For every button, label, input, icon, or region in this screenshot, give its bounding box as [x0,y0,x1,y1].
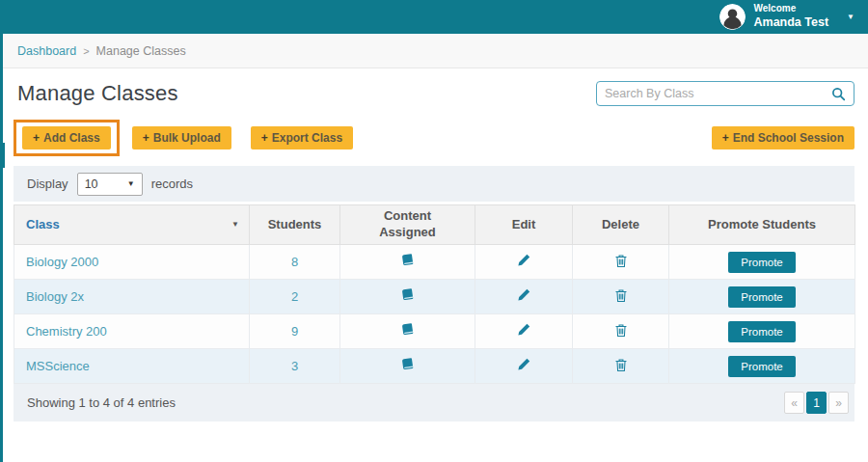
students-count-link[interactable]: 2 [291,289,298,304]
column-header-students: Students [250,205,340,245]
breadcrumb-current: Manage Classes [96,44,186,58]
table-row: Biology 2x 2 Promote [14,280,855,314]
edit-pencil-icon[interactable] [517,358,530,374]
records-per-page-select[interactable]: 10 ▼ [77,173,143,196]
plus-icon: + [143,131,149,145]
select-caret-icon: ▼ [127,179,135,188]
add-class-highlight: +Add Class [14,120,120,156]
export-class-button[interactable]: +Export Class [251,126,353,149]
user-menu[interactable]: Welcome Amanda Test ▼ [719,3,855,30]
class-name-link[interactable]: Biology 2000 [26,255,98,269]
breadcrumb: Dashboard > Manage Classes [0,34,868,68]
column-header-class[interactable]: Class ▼ [14,205,250,245]
delete-trash-icon[interactable] [614,358,628,375]
delete-trash-icon[interactable] [614,254,628,271]
delete-trash-icon[interactable] [614,323,628,340]
promote-button[interactable]: Promote [728,252,795,273]
plus-icon: + [722,131,729,145]
edit-pencil-icon[interactable] [517,288,530,305]
promote-button[interactable]: Promote [728,356,795,377]
column-header-delete: Delete [573,205,669,245]
column-header-edit: Edit [475,205,573,245]
table-row: Biology 2000 8 Promote [14,245,855,280]
table-footer: Showing 1 to 4 of 4 entries « 1 » [14,384,854,421]
page-title: Manage Classes [14,81,178,106]
students-count-link[interactable]: 8 [291,255,298,269]
pagination: « 1 » [784,392,849,414]
left-edge-strip [0,34,3,462]
topbar: Welcome Amanda Test ▼ [0,0,868,34]
class-name-link[interactable]: MSScience [26,359,90,373]
column-header-promote-students: Promote Students [669,205,855,245]
entries-summary: Showing 1 to 4 of 4 entries [27,395,176,410]
pagination-next-button[interactable]: » [828,392,849,414]
add-class-button[interactable]: +Add Class [22,126,111,149]
username-label: Amanda Test [754,15,829,31]
sort-caret-icon: ▼ [231,220,239,230]
column-header-content-assigned: Content Assigned [340,205,475,245]
book-icon[interactable] [400,288,415,305]
students-count-link[interactable]: 3 [291,359,298,373]
class-name-link[interactable]: Chemistry 200 [26,324,107,339]
chevron-down-icon[interactable]: ▼ [847,13,854,21]
end-school-session-button[interactable]: +End School Session [712,126,854,149]
promote-button[interactable]: Promote [728,321,795,342]
delete-trash-icon[interactable] [614,288,628,306]
records-label: records [151,177,193,191]
classes-table: Class ▼ Students Content Assigned Edit D… [14,204,855,384]
plus-icon: + [33,131,40,145]
breadcrumb-dashboard-link[interactable]: Dashboard [17,44,76,58]
bulk-upload-button[interactable]: +Bulk Upload [132,126,231,149]
pagination-page-1-button[interactable]: 1 [806,392,827,414]
display-label: Display [27,177,68,191]
left-scroll-thumb[interactable] [0,143,5,168]
search-input[interactable] [605,87,831,100]
students-count-link[interactable]: 9 [291,324,298,339]
welcome-label: Welcome [754,3,829,15]
pagination-prev-button[interactable]: « [784,392,804,414]
edit-pencil-icon[interactable] [517,254,530,270]
classes-panel: Display 10 ▼ records Class ▼ Students C [14,166,854,421]
search-icon[interactable] [831,87,846,101]
promote-button[interactable]: Promote [728,286,795,308]
book-icon[interactable] [400,358,415,374]
book-icon[interactable] [400,254,415,270]
class-name-link[interactable]: Biology 2x [26,289,84,304]
display-records-bar: Display 10 ▼ records [14,166,854,202]
table-row: MSScience 3 Promote [14,349,855,384]
plus-icon: + [261,131,268,145]
table-row: Chemistry 200 9 Promote [14,314,855,349]
breadcrumb-separator: > [83,45,89,57]
book-icon[interactable] [400,323,415,340]
search-box [596,81,854,106]
avatar-icon [719,4,746,30]
edit-pencil-icon[interactable] [517,323,530,340]
